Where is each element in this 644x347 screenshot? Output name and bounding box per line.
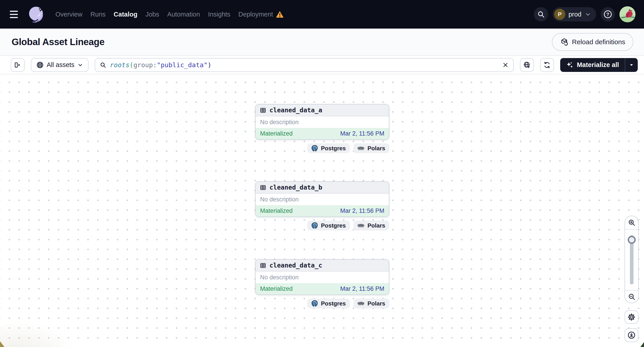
asset-status-bar: Materialized Mar 2, 11:56 PM [256,283,389,295]
table-icon [260,184,266,191]
materialize-all-label: Materialize all [577,61,619,68]
postgres-icon [311,145,318,152]
asset-node-cleaned-data-b[interactable]: cleaned_data_b No description Materializ… [255,181,389,217]
reload-definitions-button[interactable]: Reload definitions [552,33,634,51]
lineage-graph-canvas[interactable]: cleaned_data_a No description Materializ… [0,74,644,347]
table-icon [260,262,266,269]
asset-selection-query: roots(group:"public_data") [110,61,498,69]
asset-description: No description [256,194,389,205]
nav-item-insights[interactable]: Insights [208,11,230,18]
svg-text:?: ? [606,11,609,17]
materialize-options-button[interactable] [625,58,638,72]
deployment-switcher[interactable]: P prod [552,7,596,21]
asset-node-cleaned-data-a[interactable]: cleaned_data_a No description Materializ… [255,104,389,140]
asset-name: cleaned_data_b [270,184,322,191]
materialization-timestamp[interactable]: Mar 2, 11:56 PM [340,130,384,137]
kind-badge-label: Polars [368,222,386,229]
compute-kind-badges: Postgres Polars [255,221,389,230]
asset-name: cleaned_data_a [270,106,322,114]
zoom-out-icon [628,293,636,301]
chevron-down-icon [77,62,83,68]
primary-nav-links: Overview Runs Catalog Jobs Automation In… [56,10,284,18]
compute-kind-badges: Postgres Polars [255,143,389,153]
kind-badge-postgres[interactable]: Postgres [307,221,350,230]
postgres-icon [311,222,318,229]
asset-scope-dropdown[interactable]: All assets [31,58,88,72]
top-nav-bar: Overview Runs Catalog Jobs Automation In… [0,0,644,28]
page-header: Global Asset Lineage Reload definitions [0,28,644,56]
reload-definitions-label: Reload definitions [572,38,626,46]
table-icon [260,107,266,114]
gear-icon [627,313,636,321]
chevron-down-icon [584,11,591,18]
corner-shadow-decoration [0,320,80,347]
asset-selection-input[interactable]: roots(group:"public_data") [95,58,514,72]
global-search-button[interactable] [534,7,548,21]
zoom-control-rail [624,216,639,303]
materialized-status: Materialized [260,130,293,137]
warning-icon [276,10,284,18]
deployment-initial: P [554,9,565,20]
refresh-icon [543,61,551,69]
polars-icon [358,223,365,228]
compute-kind-badges: Postgres Polars [255,299,389,308]
search-icon [100,62,106,68]
polars-icon [358,301,365,306]
dagster-logo[interactable] [27,5,45,23]
nav-item-overview[interactable]: Overview [56,11,82,18]
user-avatar[interactable] [620,6,636,22]
clear-query-icon[interactable] [502,62,509,68]
kind-badge-label: Postgres [321,222,346,229]
polars-icon [358,145,365,151]
nav-item-runs[interactable]: Runs [90,11,106,18]
asset-description: No description [256,116,389,128]
nav-item-automation[interactable]: Automation [167,11,200,18]
nav-item-deployment[interactable]: Deployment [238,10,284,18]
materialization-timestamp[interactable]: Mar 2, 11:56 PM [340,285,384,292]
asset-scope-label: All assets [47,61,74,68]
kind-badge-label: Polars [368,145,386,152]
zoom-slider-thumb[interactable] [628,236,636,244]
hamburger-menu-icon[interactable] [10,8,22,20]
nav-item-jobs[interactable]: Jobs [146,11,159,18]
materialize-all-button[interactable]: Materialize all [560,58,625,72]
graph-settings-button[interactable] [624,310,638,324]
sparkle-icon [566,61,574,69]
download-icon [627,331,636,340]
kind-badge-polars[interactable]: Polars [354,143,390,153]
panel-toggle-icon [14,61,22,69]
materialized-status: Materialized [260,207,293,214]
kind-badge-postgres[interactable]: Postgres [307,143,350,153]
help-button[interactable]: ? [601,7,615,21]
kind-badge-polars[interactable]: Polars [354,299,390,308]
help-icon: ? [603,9,612,19]
corner-decoration-right [640,342,644,347]
corner-decoration-left [0,341,4,347]
reload-code-location-icon [560,38,568,46]
download-graph-button[interactable] [624,328,638,342]
lineage-toolbar: All assets roots(group:"public_data") [0,56,644,74]
materialization-timestamp[interactable]: Mar 2, 11:56 PM [340,207,384,214]
nav-item-catalog[interactable]: Catalog [114,11,138,18]
kind-badge-label: Polars [368,300,386,307]
asset-node-header: cleaned_data_b [256,182,389,194]
zoom-in-button[interactable] [625,216,638,230]
asset-node-header: cleaned_data_a [256,104,389,116]
zoom-slider [625,230,638,290]
page-title: Global Asset Lineage [12,37,104,47]
caret-down-icon [628,62,634,68]
refresh-button[interactable] [540,58,554,72]
materialized-status: Materialized [260,285,293,292]
search-icon [537,10,545,18]
create-catalog-view-button[interactable] [520,58,534,72]
nav-right-controls: P prod ? [534,6,636,22]
postgres-icon [311,300,318,307]
globe-add-icon [523,61,531,69]
asset-name: cleaned_data_c [270,262,322,269]
open-left-panel-button[interactable] [11,58,24,72]
asset-description: No description [256,272,389,283]
kind-badge-postgres[interactable]: Postgres [307,299,350,308]
asset-node-cleaned-data-c[interactable]: cleaned_data_c No description Materializ… [255,259,389,295]
zoom-out-button[interactable] [625,290,638,303]
kind-badge-polars[interactable]: Polars [354,221,390,230]
